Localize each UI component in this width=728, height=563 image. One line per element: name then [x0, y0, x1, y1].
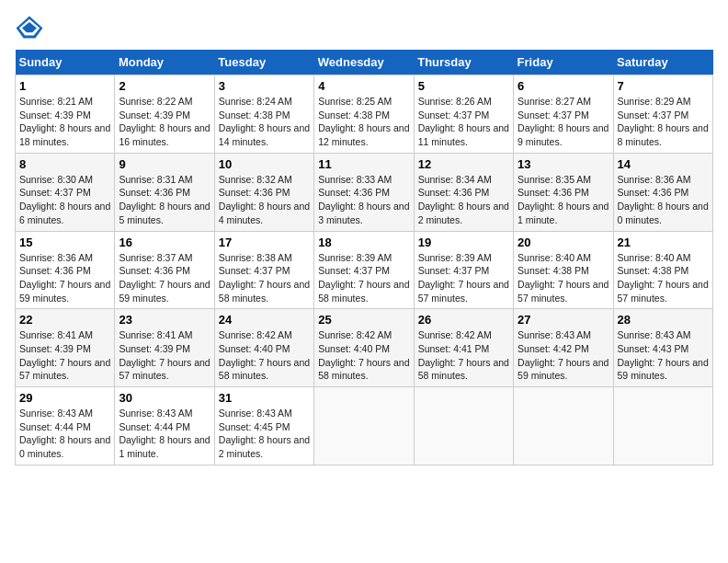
- day-info: Sunrise: 8:32 AMSunset: 4:36 PMDaylight:…: [219, 173, 310, 227]
- day-info: Sunrise: 8:36 AMSunset: 4:36 PMDaylight:…: [19, 251, 110, 305]
- calendar-cell: 15Sunrise: 8:36 AMSunset: 4:36 PMDayligh…: [16, 231, 115, 309]
- day-number: 23: [119, 313, 210, 327]
- day-info: Sunrise: 8:33 AMSunset: 4:36 PMDaylight:…: [318, 173, 409, 227]
- calendar-cell: 13Sunrise: 8:35 AMSunset: 4:36 PMDayligh…: [514, 153, 613, 231]
- calendar-cell: [314, 387, 414, 465]
- calendar-cell: 29Sunrise: 8:43 AMSunset: 4:44 PMDayligh…: [16, 387, 115, 465]
- day-number: 8: [19, 157, 110, 171]
- calendar-cell: [613, 387, 712, 465]
- calendar-cell: 11Sunrise: 8:33 AMSunset: 4:36 PMDayligh…: [314, 153, 414, 231]
- day-number: 3: [219, 79, 310, 93]
- calendar-cell: 9Sunrise: 8:31 AMSunset: 4:36 PMDaylight…: [115, 153, 214, 231]
- calendar-cell: 7Sunrise: 8:29 AMSunset: 4:37 PMDaylight…: [613, 75, 712, 154]
- day-number: 10: [219, 157, 310, 171]
- day-info: Sunrise: 8:40 AMSunset: 4:38 PMDaylight:…: [518, 251, 609, 305]
- logo: [15, 15, 48, 40]
- day-number: 4: [318, 79, 409, 93]
- day-info: Sunrise: 8:22 AMSunset: 4:39 PMDaylight:…: [119, 95, 210, 149]
- day-number: 5: [418, 79, 509, 93]
- day-number: 14: [618, 157, 709, 171]
- calendar-cell: [414, 387, 513, 465]
- day-info: Sunrise: 8:43 AMSunset: 4:43 PMDaylight:…: [618, 328, 709, 383]
- calendar-cell: 12Sunrise: 8:34 AMSunset: 4:36 PMDayligh…: [414, 153, 513, 231]
- day-info: Sunrise: 8:40 AMSunset: 4:38 PMDaylight:…: [618, 251, 709, 305]
- day-info: Sunrise: 8:30 AMSunset: 4:37 PMDaylight:…: [19, 173, 110, 227]
- day-info: Sunrise: 8:29 AMSunset: 4:37 PMDaylight:…: [618, 95, 709, 149]
- day-number: 30: [119, 391, 210, 405]
- calendar-week-1: 1Sunrise: 8:21 AMSunset: 4:39 PMDaylight…: [16, 75, 713, 154]
- day-number: 6: [518, 79, 609, 93]
- day-number: 19: [418, 236, 509, 249]
- day-number: 20: [518, 236, 609, 249]
- calendar-week-3: 15Sunrise: 8:36 AMSunset: 4:36 PMDayligh…: [16, 231, 713, 309]
- day-info: Sunrise: 8:43 AMSunset: 4:42 PMDaylight:…: [518, 328, 609, 383]
- calendar-cell: 16Sunrise: 8:37 AMSunset: 4:36 PMDayligh…: [115, 231, 214, 309]
- calendar-cell: 20Sunrise: 8:40 AMSunset: 4:38 PMDayligh…: [514, 231, 613, 309]
- day-header-saturday: Saturday: [613, 50, 712, 75]
- day-number: 27: [518, 313, 609, 327]
- calendar-cell: 14Sunrise: 8:36 AMSunset: 4:36 PMDayligh…: [613, 153, 712, 231]
- day-number: 9: [119, 157, 210, 171]
- day-info: Sunrise: 8:43 AMSunset: 4:45 PMDaylight:…: [219, 407, 310, 461]
- calendar-cell: 8Sunrise: 8:30 AMSunset: 4:37 PMDaylight…: [16, 153, 115, 231]
- calendar-cell: 1Sunrise: 8:21 AMSunset: 4:39 PMDaylight…: [16, 75, 115, 154]
- day-header-wednesday: Wednesday: [314, 50, 414, 75]
- calendar-header-row: SundayMondayTuesdayWednesdayThursdayFrid…: [16, 50, 713, 75]
- day-info: Sunrise: 8:24 AMSunset: 4:38 PMDaylight:…: [219, 95, 310, 149]
- day-info: Sunrise: 8:39 AMSunset: 4:37 PMDaylight:…: [318, 251, 409, 305]
- day-number: 17: [219, 236, 310, 249]
- day-info: Sunrise: 8:38 AMSunset: 4:37 PMDaylight:…: [219, 251, 310, 305]
- calendar-cell: 5Sunrise: 8:26 AMSunset: 4:37 PMDaylight…: [414, 75, 513, 154]
- day-number: 12: [418, 157, 509, 171]
- day-header-thursday: Thursday: [414, 50, 513, 75]
- calendar-week-5: 29Sunrise: 8:43 AMSunset: 4:44 PMDayligh…: [16, 387, 713, 465]
- day-info: Sunrise: 8:27 AMSunset: 4:37 PMDaylight:…: [518, 95, 609, 149]
- day-number: 24: [219, 313, 310, 327]
- day-info: Sunrise: 8:41 AMSunset: 4:39 PMDaylight:…: [119, 328, 210, 383]
- calendar-cell: 4Sunrise: 8:25 AMSunset: 4:38 PMDaylight…: [314, 75, 414, 154]
- calendar-cell: 28Sunrise: 8:43 AMSunset: 4:43 PMDayligh…: [613, 309, 712, 387]
- day-info: Sunrise: 8:43 AMSunset: 4:44 PMDaylight:…: [19, 407, 110, 461]
- day-header-monday: Monday: [115, 50, 214, 75]
- calendar-cell: 6Sunrise: 8:27 AMSunset: 4:37 PMDaylight…: [514, 75, 613, 154]
- calendar-week-4: 22Sunrise: 8:41 AMSunset: 4:39 PMDayligh…: [16, 309, 713, 387]
- day-header-friday: Friday: [514, 50, 613, 75]
- calendar-cell: 23Sunrise: 8:41 AMSunset: 4:39 PMDayligh…: [115, 309, 214, 387]
- day-number: 25: [318, 313, 409, 327]
- day-number: 1: [19, 79, 110, 93]
- calendar-table: SundayMondayTuesdayWednesdayThursdayFrid…: [15, 50, 713, 465]
- day-info: Sunrise: 8:43 AMSunset: 4:44 PMDaylight:…: [119, 407, 210, 461]
- day-info: Sunrise: 8:42 AMSunset: 4:41 PMDaylight:…: [418, 328, 509, 383]
- calendar-cell: 24Sunrise: 8:42 AMSunset: 4:40 PMDayligh…: [214, 309, 313, 387]
- day-number: 2: [119, 79, 210, 93]
- day-number: 31: [219, 391, 310, 405]
- calendar-cell: 22Sunrise: 8:41 AMSunset: 4:39 PMDayligh…: [16, 309, 115, 387]
- calendar-cell: 19Sunrise: 8:39 AMSunset: 4:37 PMDayligh…: [414, 231, 513, 309]
- calendar-cell: 17Sunrise: 8:38 AMSunset: 4:37 PMDayligh…: [214, 231, 313, 309]
- calendar-week-2: 8Sunrise: 8:30 AMSunset: 4:37 PMDaylight…: [16, 153, 713, 231]
- day-number: 18: [318, 236, 409, 249]
- day-info: Sunrise: 8:41 AMSunset: 4:39 PMDaylight:…: [19, 328, 110, 383]
- calendar-cell: 10Sunrise: 8:32 AMSunset: 4:36 PMDayligh…: [214, 153, 313, 231]
- day-info: Sunrise: 8:39 AMSunset: 4:37 PMDaylight:…: [418, 251, 509, 305]
- day-number: 26: [418, 313, 509, 327]
- day-info: Sunrise: 8:35 AMSunset: 4:36 PMDaylight:…: [518, 173, 609, 227]
- day-number: 15: [19, 236, 110, 249]
- day-header-tuesday: Tuesday: [214, 50, 313, 75]
- calendar-cell: 3Sunrise: 8:24 AMSunset: 4:38 PMDaylight…: [214, 75, 313, 154]
- day-info: Sunrise: 8:25 AMSunset: 4:38 PMDaylight:…: [318, 95, 409, 149]
- calendar-cell: [514, 387, 613, 465]
- day-info: Sunrise: 8:26 AMSunset: 4:37 PMDaylight:…: [418, 95, 509, 149]
- day-info: Sunrise: 8:21 AMSunset: 4:39 PMDaylight:…: [19, 95, 110, 149]
- calendar-cell: 18Sunrise: 8:39 AMSunset: 4:37 PMDayligh…: [314, 231, 414, 309]
- calendar-cell: 25Sunrise: 8:42 AMSunset: 4:40 PMDayligh…: [314, 309, 414, 387]
- day-number: 29: [19, 391, 110, 405]
- day-number: 7: [618, 79, 709, 93]
- page-header: [15, 15, 713, 40]
- day-info: Sunrise: 8:34 AMSunset: 4:36 PMDaylight:…: [418, 173, 509, 227]
- calendar-cell: 26Sunrise: 8:42 AMSunset: 4:41 PMDayligh…: [414, 309, 513, 387]
- calendar-cell: 21Sunrise: 8:40 AMSunset: 4:38 PMDayligh…: [613, 231, 712, 309]
- day-number: 13: [518, 157, 609, 171]
- day-number: 28: [618, 313, 709, 327]
- day-info: Sunrise: 8:42 AMSunset: 4:40 PMDaylight:…: [318, 328, 409, 383]
